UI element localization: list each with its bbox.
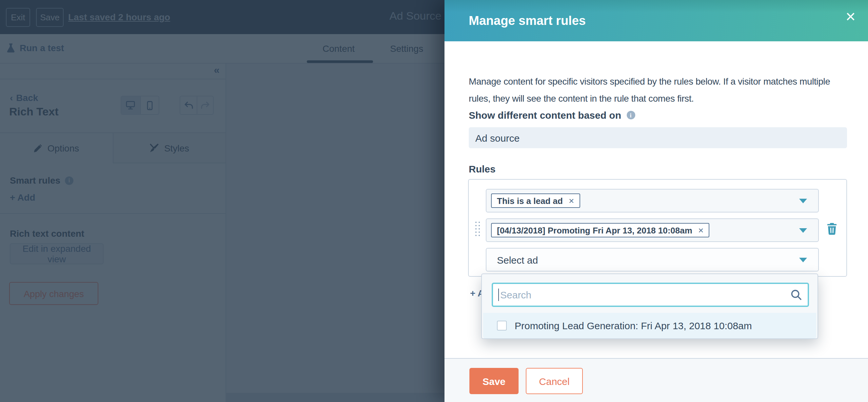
remove-tag-icon[interactable]: × <box>569 195 574 206</box>
rules-label: Rules <box>469 163 496 175</box>
info-icon[interactable]: i <box>626 111 635 119</box>
based-on-label: Show different content based on <box>469 110 621 121</box>
rule-select-3[interactable]: Select ad <box>486 248 819 272</box>
app-root: Exit Save Last saved 2 hours ago Ad Sour… <box>0 0 868 402</box>
panel-footer: Save Cancel <box>444 358 868 402</box>
panel-title: Manage smart rules <box>469 14 586 28</box>
dropdown-caret-icon[interactable] <box>799 199 807 203</box>
based-on-value-field[interactable]: Ad source <box>469 127 847 148</box>
panel-description: Manage content for specific visitors spe… <box>469 73 852 107</box>
select-ad-placeholder: Select ad <box>497 254 538 265</box>
save-button[interactable]: Save <box>469 368 519 394</box>
dropdown-caret-icon[interactable] <box>799 228 807 233</box>
option-checkbox[interactable] <box>497 321 507 331</box>
search-field-wrap <box>492 283 809 307</box>
rule-tag-label: [04/13/2018] Promoting Fri Apr 13, 2018 … <box>497 225 692 235</box>
drag-handle[interactable] <box>475 222 480 239</box>
cancel-button[interactable]: Cancel <box>526 368 583 394</box>
rule-select-2[interactable]: [04/13/2018] Promoting Fri Apr 13, 2018 … <box>486 218 819 242</box>
dropdown-option[interactable]: Promoting Lead Generation: Fri Apr 13, 2… <box>483 313 816 338</box>
search-input[interactable] <box>492 283 809 307</box>
trash-icon[interactable] <box>827 223 837 235</box>
rule-select-1[interactable]: This is a lead ad × <box>486 189 819 213</box>
panel-body: Manage content for specific visitors spe… <box>444 41 868 358</box>
panel-header: Manage smart rules × <box>444 0 868 41</box>
dropdown-caret-icon[interactable] <box>799 258 807 262</box>
select-ad-dropdown: Promoting Lead Generation: Fri Apr 13, 2… <box>481 274 818 339</box>
search-icon <box>790 289 802 300</box>
remove-tag-icon[interactable]: × <box>698 225 704 236</box>
rule-tag-label: This is a lead ad <box>497 196 563 206</box>
manage-smart-rules-panel: Manage smart rules × Manage content for … <box>444 0 868 402</box>
text-cursor <box>498 288 499 301</box>
rule-tag: [04/13/2018] Promoting Fri Apr 13, 2018 … <box>491 223 709 238</box>
rules-container: This is a lead ad × [04/13/2018] Promoti… <box>468 179 847 277</box>
option-label: Promoting Lead Generation: Fri Apr 13, 2… <box>515 320 752 331</box>
rule-tag: This is a lead ad × <box>491 193 580 208</box>
close-icon[interactable]: × <box>846 8 856 25</box>
